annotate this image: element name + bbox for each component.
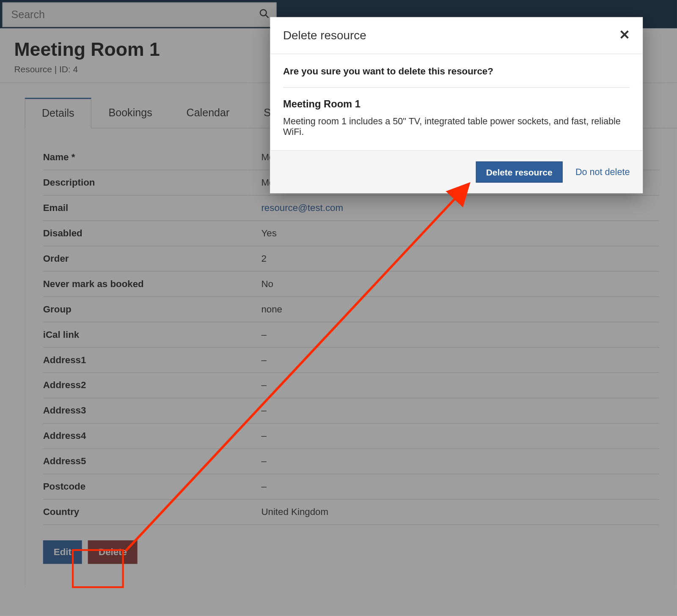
delete-resource-modal: Delete resource ✕ Are you sure you want … bbox=[270, 17, 643, 193]
modal-resource-name: Meeting Room 1 bbox=[283, 99, 630, 110]
cancel-delete-link[interactable]: Do not delete bbox=[575, 167, 630, 177]
modal-title: Delete resource bbox=[283, 29, 366, 42]
close-icon[interactable]: ✕ bbox=[619, 28, 630, 43]
confirm-delete-button[interactable]: Delete resource bbox=[476, 162, 562, 183]
modal-resource-description: Meeting room 1 includes a 50" TV, integr… bbox=[283, 116, 630, 137]
modal-question: Are you sure you want to delete this res… bbox=[283, 66, 630, 88]
